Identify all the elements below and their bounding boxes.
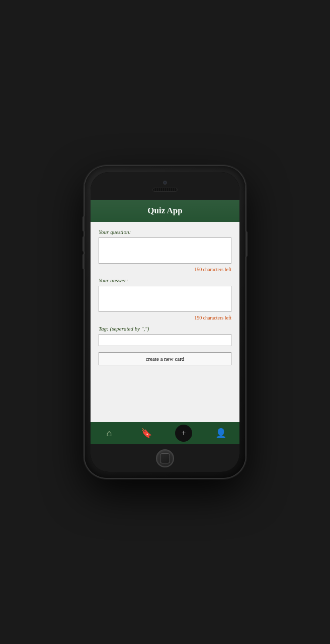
speaker — [152, 188, 178, 192]
answer-input[interactable] — [99, 286, 231, 312]
add-circle: + — [175, 425, 192, 442]
nav-bookmarks[interactable]: 🔖 — [136, 423, 156, 443]
bottom-nav: ⌂ 🔖 + 👤 — [91, 422, 239, 444]
question-label: Your question: — [99, 229, 231, 235]
phone-screen-container: Quiz App Your question: 150 characters l… — [91, 172, 239, 472]
bottom-bezel — [91, 444, 239, 472]
app-header: Quiz App — [91, 200, 239, 222]
answer-char-count: 150 characters left — [99, 315, 231, 320]
home-icon: ⌂ — [107, 428, 112, 439]
question-input[interactable] — [99, 237, 231, 264]
screen: Quiz App Your question: 150 characters l… — [91, 200, 239, 444]
nav-home[interactable]: ⌂ — [99, 423, 119, 443]
home-button[interactable] — [156, 449, 174, 467]
plus-icon: + — [181, 429, 186, 438]
bookmark-icon: 🔖 — [141, 428, 152, 439]
profile-icon: 👤 — [215, 428, 226, 439]
home-button-inner — [160, 453, 170, 463]
answer-group: Your answer: 150 characters left — [99, 277, 231, 320]
tag-input[interactable] — [99, 334, 231, 346]
create-card-button[interactable]: create a new card — [99, 352, 231, 365]
app-title: Quiz App — [99, 206, 231, 216]
tag-group: Tag: (seperated by ",") — [99, 326, 231, 346]
tag-label: Tag: (seperated by ",") — [99, 326, 231, 332]
phone-device: Quiz App Your question: 150 characters l… — [85, 166, 245, 478]
nav-add[interactable]: + — [174, 423, 194, 443]
question-char-count: 150 characters left — [99, 267, 231, 272]
top-bezel — [91, 172, 239, 200]
question-group: Your question: 150 characters left — [99, 229, 231, 272]
app-content: Your question: 150 characters left Your … — [91, 222, 239, 422]
nav-profile[interactable]: 👤 — [211, 423, 231, 443]
camera-icon — [163, 181, 167, 185]
answer-label: Your answer: — [99, 277, 231, 283]
